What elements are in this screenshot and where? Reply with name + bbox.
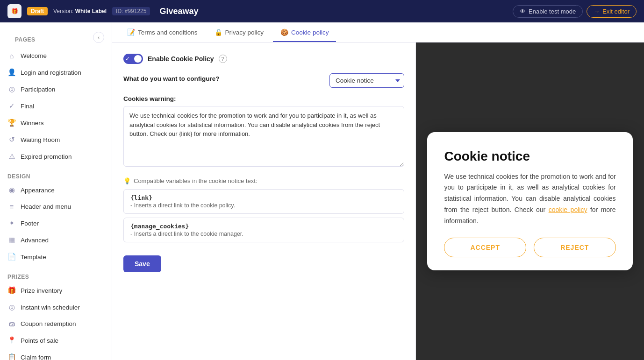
cookies-warning-textarea[interactable]: We use technical cookies for the promoti… <box>123 106 404 167</box>
sidebar-pages-header: Pages ‹ <box>0 22 112 48</box>
enable-toggle-row: ✓ Enable Cookie Policy ? <box>123 54 404 64</box>
help-icon[interactable]: ? <box>219 55 227 63</box>
cookies-warning-section: Cookies warning: We use technical cookie… <box>123 95 404 168</box>
prize-inventory-icon: 🎁 <box>7 286 16 295</box>
sidebar-item-template[interactable]: 📄 Template <box>0 248 112 265</box>
tab-privacy[interactable]: 🔒 Privacy policy <box>207 22 272 42</box>
cookie-policy-link[interactable]: cookie policy <box>549 206 587 213</box>
variable-link-name: {link} <box>130 194 397 201</box>
design-section-header: Design <box>0 165 112 182</box>
page-title: Giveaway <box>159 7 507 16</box>
variables-header: 💡 Compatible variables in the cookie not… <box>123 177 404 184</box>
claim-form-icon: 📋 <box>7 353 16 360</box>
preview-panel: Cookie notice We use technical cookies f… <box>416 42 644 360</box>
sidebar-item-advanced[interactable]: ▦ Advanced <box>0 232 112 248</box>
sidebar-item-appearance[interactable]: ◉ Appearance <box>0 182 112 198</box>
enable-test-mode-button[interactable]: 👁 Enable test mode <box>513 5 583 18</box>
variable-link-desc: - Inserts a direct link to the cookie po… <box>130 202 397 209</box>
variable-manage-name: {manage_cookies} <box>130 223 397 230</box>
login-icon: 👤 <box>7 68 16 77</box>
sidebar-item-claim-form[interactable]: 📋 Claim form <box>0 349 112 360</box>
template-icon: 📄 <box>7 253 16 261</box>
privacy-tab-icon: 🔒 <box>215 28 222 36</box>
sidebar-item-coupon-redemption[interactable]: 🎟 Coupon redemption <box>0 316 112 332</box>
cookie-buttons: ACCEPT REJECT <box>444 238 615 257</box>
accept-button[interactable]: ACCEPT <box>444 238 526 257</box>
expired-icon: ⚠ <box>7 152 16 161</box>
test-mode-icon: 👁 <box>520 8 526 15</box>
appearance-icon: ◉ <box>7 186 16 194</box>
app-id: ID: #991225 <box>112 7 150 15</box>
variable-manage-desc: - Inserts a direct link to the cookie ma… <box>130 231 397 237</box>
sidebar-item-points-of-sale[interactable]: 📍 Points of sale <box>0 332 112 349</box>
sidebar-item-login[interactable]: 👤 Login and registration <box>0 64 112 81</box>
settings-panel: ✓ Enable Cookie Policy ? What do you wan… <box>112 42 416 360</box>
instant-win-icon: ◎ <box>7 303 16 311</box>
tab-terms[interactable]: 📝 Terms and conditions <box>120 22 205 42</box>
sidebar: Pages ‹ ⌂ Welcome 👤 Login and registrati… <box>0 22 112 360</box>
app-logo: 🎁 <box>7 4 21 18</box>
cookie-tab-icon: 🍪 <box>280 28 288 36</box>
terms-tab-icon: 📝 <box>127 28 135 36</box>
prizes-section-title: Prizes <box>7 274 29 280</box>
cookies-warning-label: Cookies warning: <box>123 95 404 102</box>
sidebar-item-footer[interactable]: ✦ Footer <box>0 215 112 232</box>
pages-section-title: Pages <box>7 29 43 46</box>
variable-manage-cookies-card: {manage_cookies} - Inserts a direct link… <box>123 218 404 242</box>
prizes-section-header: Prizes <box>0 265 112 282</box>
footer-icon: ✦ <box>7 219 16 227</box>
participation-icon: ◎ <box>7 85 16 93</box>
topbar-actions: 👁 Enable test mode → Exit editor <box>513 5 637 18</box>
variable-link-card: {link} - Inserts a direct link to the co… <box>123 189 404 214</box>
sidebar-item-header-menu[interactable]: ≡ Header and menu <box>0 198 112 215</box>
sidebar-item-final[interactable]: ✓ Final <box>0 98 112 114</box>
sidebar-item-prize-inventory[interactable]: 🎁 Prize inventory <box>0 282 112 299</box>
main-layout: Pages ‹ ⌂ Welcome 👤 Login and registrati… <box>0 22 644 360</box>
variables-section: 💡 Compatible variables in the cookie not… <box>123 177 404 242</box>
cookie-notice-title: Cookie notice <box>444 149 615 164</box>
points-sale-icon: 📍 <box>7 336 16 345</box>
tabs-bar: 📝 Terms and conditions 🔒 Privacy policy … <box>112 22 644 42</box>
save-button[interactable]: Save <box>123 255 161 272</box>
config-select[interactable]: Cookie notice Cookie manager <box>329 73 404 88</box>
cookie-notice-preview: Cookie notice We use technical cookies f… <box>427 132 632 271</box>
main-content: 📝 Terms and conditions 🔒 Privacy policy … <box>112 22 644 360</box>
header-menu-icon: ≡ <box>7 203 16 211</box>
coupon-icon: 🎟 <box>7 320 16 328</box>
sidebar-collapse-button[interactable]: ‹ <box>93 32 104 43</box>
exit-editor-button[interactable]: → Exit editor <box>587 5 637 18</box>
reject-button[interactable]: REJECT <box>534 238 616 257</box>
sidebar-item-instant-win[interactable]: ◎ Instant win scheduler <box>0 299 112 316</box>
winners-icon: 🏆 <box>7 119 16 127</box>
design-section-title: Design <box>7 173 30 180</box>
cookie-notice-body: We use technical cookies for the promoti… <box>444 171 615 227</box>
sidebar-item-welcome[interactable]: ⌂ Welcome <box>0 48 112 64</box>
final-icon: ✓ <box>7 102 16 110</box>
sidebar-item-participation[interactable]: ◎ Participation <box>0 81 112 98</box>
sidebar-item-waiting-room[interactable]: ↺ Waiting Room <box>0 131 112 148</box>
sidebar-item-winners[interactable]: 🏆 Winners <box>0 114 112 131</box>
content-split: ✓ Enable Cookie Policy ? What do you wan… <box>112 42 644 360</box>
tab-cookie-policy[interactable]: 🍪 Cookie policy <box>273 22 336 42</box>
waiting-room-icon: ↺ <box>7 135 16 144</box>
config-row: What do you want to configure? Cookie no… <box>123 73 404 88</box>
cookie-policy-toggle[interactable]: ✓ <box>123 54 143 64</box>
exit-icon: → <box>594 8 600 15</box>
bulb-icon: 💡 <box>123 177 131 184</box>
config-question-label: What do you want to configure? <box>123 75 219 82</box>
welcome-icon: ⌂ <box>7 52 16 60</box>
toggle-label: Enable Cookie Policy <box>148 55 214 63</box>
sidebar-item-expired-promotion[interactable]: ⚠ Expired promotion <box>0 148 112 165</box>
version-label: Version: White Label <box>53 8 107 14</box>
advanced-icon: ▦ <box>7 236 16 244</box>
draft-badge: Draft <box>27 7 48 15</box>
topbar: 🎁 Draft Version: White Label ID: #991225… <box>0 0 644 22</box>
